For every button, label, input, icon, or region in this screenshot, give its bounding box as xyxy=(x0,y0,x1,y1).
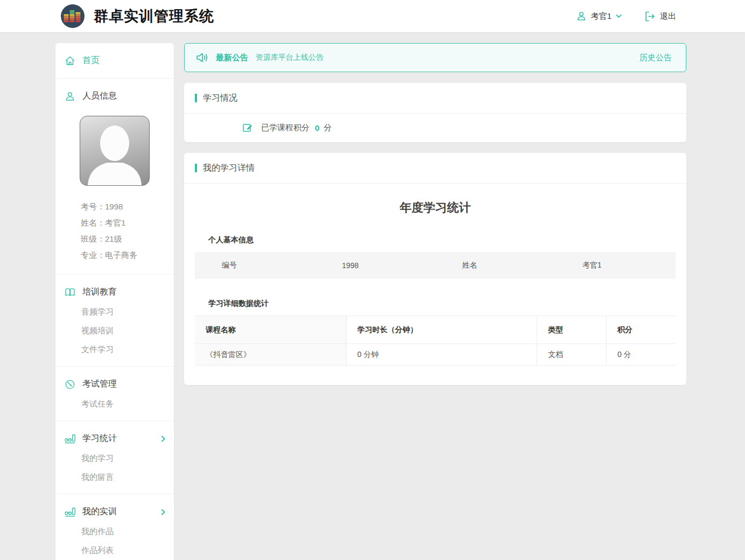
edit-icon xyxy=(242,122,254,134)
user-name: 考官1 xyxy=(591,11,612,22)
title-marker xyxy=(195,94,197,102)
basic-info-id-value: 1998 xyxy=(315,261,435,270)
profile-class: 班级：21级 xyxy=(55,231,174,247)
study-stats-table: 课程名称 学习时长（分钟） 类型 积分 《抖音雷区》 0 分钟 文档 0 分 xyxy=(195,316,676,366)
profile-major: 专业：电子商务 xyxy=(55,247,174,263)
study-status-title-text: 学习情况 xyxy=(203,93,237,104)
basic-info-name-label: 姓名 xyxy=(435,261,556,270)
brand: 群卓实训管理系统 xyxy=(60,4,214,29)
study-status-body: 已学课程积分 0 分 xyxy=(184,114,686,142)
sidebar: 首页 人员信息 考号：1998 姓名：考官1 xyxy=(55,43,174,560)
table-header-row: 课程名称 学习时长（分钟） 类型 积分 xyxy=(195,316,676,344)
cell-type: 文档 xyxy=(537,344,607,366)
credit-value: 0 xyxy=(315,123,319,132)
basic-info-row: 编号 1998 姓名 考官1 xyxy=(195,252,676,279)
sidebar-item-label: 首页 xyxy=(82,55,100,66)
cell-study-duration: 0 分钟 xyxy=(346,344,537,366)
col-study-duration: 学习时长（分钟） xyxy=(346,316,537,344)
credit-label: 已学课程积分 xyxy=(261,123,310,133)
sidebar-item-label: 考试管理 xyxy=(82,379,117,390)
study-detail-card: 我的学习详情 年度学习统计 个人基本信息 编号 1998 姓名 考官1 学习详细… xyxy=(184,153,686,385)
announcement-link[interactable]: 资源库平台上线公告 xyxy=(256,53,324,62)
profile-name: 姓名：考官1 xyxy=(55,215,174,231)
study-status-card: 学习情况 已学课程积分 0 分 xyxy=(184,83,686,142)
sidebar-subitem-my-works[interactable]: 我的作品 xyxy=(55,522,174,541)
page-title: 群卓实训管理系统 xyxy=(94,6,214,26)
profile-exam-no: 考号：1998 xyxy=(55,199,174,215)
study-detail-title-text: 我的学习详情 xyxy=(203,163,255,174)
sidebar-subitem-video-training[interactable]: 视频培训 xyxy=(55,321,174,340)
sidebar-subitem-file-study[interactable]: 文件学习 xyxy=(55,340,174,359)
credit-unit: 分 xyxy=(324,123,332,133)
sidebar-item-profile[interactable]: 人员信息 xyxy=(55,86,174,107)
latest-announcement-label: 最新公告 xyxy=(216,53,248,63)
cell-course-name: 《抖音雷区》 xyxy=(195,344,346,366)
logout-label: 退出 xyxy=(660,11,676,22)
logout-button[interactable]: 退出 xyxy=(644,11,676,22)
chevron-down-icon xyxy=(616,14,622,18)
study-detail-card-title: 我的学习详情 xyxy=(184,153,686,184)
sidebar-item-study-stats[interactable]: 学习统计 xyxy=(55,428,174,449)
person-icon xyxy=(65,91,75,102)
avatar xyxy=(80,116,150,186)
bar-chart-icon xyxy=(65,433,75,444)
main-content: 最新公告 资源库平台上线公告 历史公告 学习情况 已学课程积分 0 分 xyxy=(184,43,686,385)
logout-icon xyxy=(644,11,656,22)
sidebar-item-home[interactable]: 首页 xyxy=(55,50,174,71)
chevron-right-icon xyxy=(161,436,165,442)
app-header: 群卓实训管理系统 考官1 退出 xyxy=(0,0,745,32)
history-announcements-link[interactable]: 历史公告 xyxy=(639,53,672,63)
annual-stats-heading: 年度学习统计 xyxy=(195,200,676,216)
sidebar-item-label: 我的实训 xyxy=(82,506,117,517)
col-course-name: 课程名称 xyxy=(195,316,346,344)
title-marker xyxy=(195,164,197,172)
speaker-icon xyxy=(195,51,209,64)
user-icon xyxy=(576,11,587,22)
announcement-bar: 最新公告 资源库平台上线公告 历史公告 xyxy=(184,43,686,72)
book-icon xyxy=(65,287,75,298)
sidebar-subitem-my-messages[interactable]: 我的留言 xyxy=(55,468,174,487)
basic-info-name-value: 考官1 xyxy=(556,261,676,270)
sidebar-subitem-works-list[interactable]: 作品列表 xyxy=(55,541,174,560)
col-credit: 积分 xyxy=(606,316,676,344)
user-menu[interactable]: 考官1 xyxy=(576,11,622,22)
cell-credit: 0 分 xyxy=(606,344,676,366)
sidebar-subitem-audio-study[interactable]: 音频学习 xyxy=(55,303,174,321)
app-logo-icon xyxy=(60,4,85,29)
study-status-card-title: 学习情况 xyxy=(184,83,686,114)
sidebar-item-training[interactable]: 培训教育 xyxy=(55,282,174,303)
clock-icon xyxy=(65,379,75,390)
home-icon xyxy=(65,55,75,66)
sidebar-item-label: 学习统计 xyxy=(82,433,117,444)
sidebar-item-label: 培训教育 xyxy=(82,286,117,298)
sidebar-item-label: 人员信息 xyxy=(82,90,117,102)
sidebar-subitem-exam-tasks[interactable]: 考试任务 xyxy=(55,395,174,414)
sidebar-item-my-practice[interactable]: 我的实训 xyxy=(55,501,174,522)
chevron-right-icon xyxy=(161,509,165,515)
stats-label: 学习详细数据统计 xyxy=(208,299,676,309)
col-type: 类型 xyxy=(537,316,607,344)
basic-info-id-label: 编号 xyxy=(195,261,315,270)
sidebar-item-exam-management[interactable]: 考试管理 xyxy=(55,374,174,395)
table-row: 《抖音雷区》 0 分钟 文档 0 分 xyxy=(195,344,676,366)
basic-info-label: 个人基本信息 xyxy=(208,235,676,245)
sidebar-subitem-my-study[interactable]: 我的学习 xyxy=(55,449,174,468)
bar-chart-icon xyxy=(65,507,75,517)
